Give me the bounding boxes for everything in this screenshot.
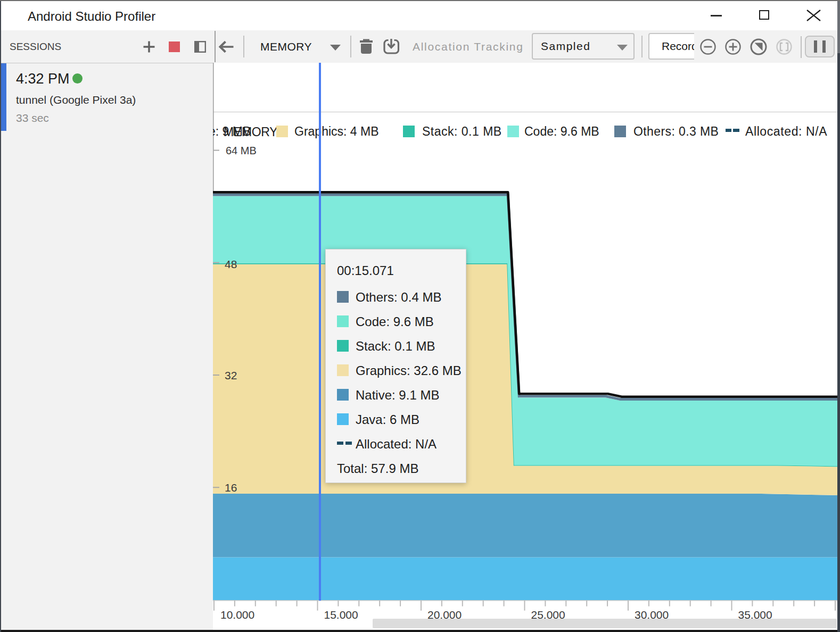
svg-text:Stack: 0.1 MB: Stack: 0.1 MB xyxy=(422,124,502,138)
svg-text:48: 48 xyxy=(225,258,237,270)
svg-text:10.000: 10.000 xyxy=(220,609,254,621)
svg-text:64 MB: 64 MB xyxy=(226,145,257,156)
svg-text:Code: 9.6 MB: Code: 9.6 MB xyxy=(524,124,599,138)
svg-text:Allocated: N/A: Allocated: N/A xyxy=(745,124,827,138)
svg-text:16: 16 xyxy=(225,481,237,494)
svg-text:Others: 0.3 MB: Others: 0.3 MB xyxy=(633,124,719,138)
svg-text:Graphics: 4 MB: Graphics: 4 MB xyxy=(294,124,379,138)
svg-text:15.000: 15.000 xyxy=(324,609,358,621)
svg-text:32: 32 xyxy=(225,369,237,381)
svg-text:MEMORY: MEMORY xyxy=(224,125,277,139)
